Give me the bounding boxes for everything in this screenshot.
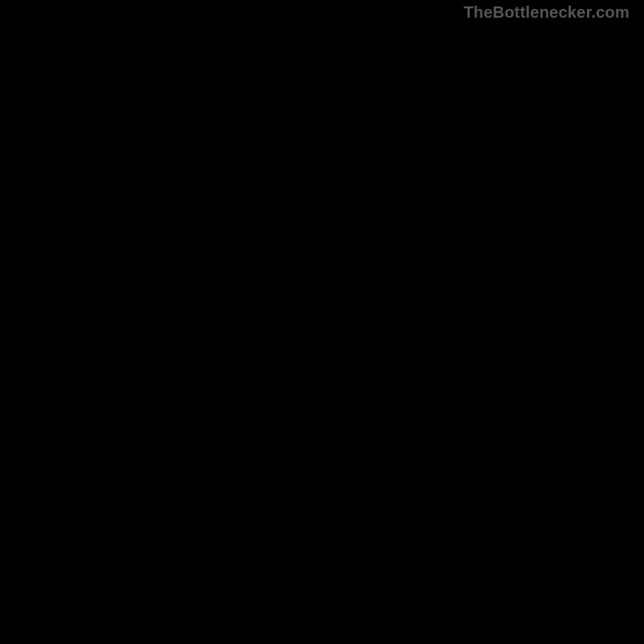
data-marker xyxy=(440,550,451,561)
data-marker xyxy=(448,559,460,570)
data-marker xyxy=(313,370,324,382)
attribution-text: TheBottlenecker.com xyxy=(464,3,630,22)
data-marker xyxy=(550,589,561,601)
data-marker xyxy=(574,532,585,543)
data-marker xyxy=(496,597,507,608)
chart-svg xyxy=(23,23,621,621)
data-marker xyxy=(526,602,537,613)
data-marker xyxy=(353,427,364,439)
data-marker xyxy=(403,502,415,514)
data-marker xyxy=(418,523,429,535)
data-markers xyxy=(301,353,585,613)
chart-plot-area xyxy=(23,23,621,621)
bottleneck-curve xyxy=(23,23,621,621)
